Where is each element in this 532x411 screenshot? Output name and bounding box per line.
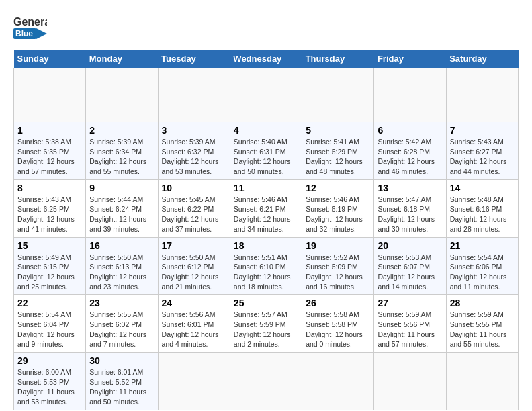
logo-icon: General Blue <box>13 13 47 43</box>
calendar-week-row: 22 Sunrise: 5:54 AM Sunset: 6:04 PM Dayl… <box>14 295 519 353</box>
calendar-cell: 11 Sunrise: 5:46 AM Sunset: 6:21 PM Dayl… <box>230 179 302 237</box>
calendar-cell: 13 Sunrise: 5:47 AM Sunset: 6:18 PM Dayl… <box>374 179 446 237</box>
day-info: Sunrise: 5:51 AM Sunset: 6:10 PM Dayligh… <box>234 253 298 292</box>
day-number: 17 <box>162 240 226 251</box>
calendar-cell <box>158 353 230 410</box>
day-number: 24 <box>162 298 226 308</box>
weekday-header: Sunday <box>14 50 86 68</box>
day-info: Sunrise: 5:50 AM Sunset: 6:13 PM Dayligh… <box>89 253 154 292</box>
calendar-cell: 3 Sunrise: 5:39 AM Sunset: 6:32 PM Dayli… <box>158 122 230 180</box>
calendar-cell: 1 Sunrise: 5:38 AM Sunset: 6:35 PM Dayli… <box>14 122 86 180</box>
page-header: General Blue <box>13 13 519 43</box>
day-info: Sunrise: 5:39 AM Sunset: 6:34 PM Dayligh… <box>89 137 154 177</box>
day-info: Sunrise: 5:59 AM Sunset: 5:56 PM Dayligh… <box>378 310 442 349</box>
day-number: 16 <box>89 240 154 251</box>
calendar-cell <box>158 68 230 122</box>
calendar-cell: 14 Sunrise: 5:48 AM Sunset: 6:16 PM Dayl… <box>446 179 518 237</box>
day-info: Sunrise: 5:45 AM Sunset: 6:22 PM Dayligh… <box>162 195 226 234</box>
day-number: 11 <box>234 183 298 193</box>
day-number: 30 <box>89 355 154 366</box>
day-number: 6 <box>378 125 442 136</box>
calendar-cell <box>302 68 374 122</box>
calendar-cell <box>230 68 302 122</box>
calendar-cell: 22 Sunrise: 5:54 AM Sunset: 6:04 PM Dayl… <box>14 295 86 353</box>
calendar-cell: 15 Sunrise: 5:49 AM Sunset: 6:15 PM Dayl… <box>14 237 86 295</box>
day-number: 27 <box>378 298 442 308</box>
day-number: 12 <box>306 183 370 193</box>
day-info: Sunrise: 6:01 AM Sunset: 5:52 PM Dayligh… <box>89 367 154 407</box>
calendar-cell <box>86 68 158 122</box>
day-info: Sunrise: 5:40 AM Sunset: 6:31 PM Dayligh… <box>234 137 298 177</box>
day-number: 20 <box>378 240 442 251</box>
day-number: 21 <box>450 240 515 251</box>
day-number: 14 <box>450 183 515 193</box>
calendar-cell: 27 Sunrise: 5:59 AM Sunset: 5:56 PM Dayl… <box>374 295 446 353</box>
calendar-cell: 6 Sunrise: 5:42 AM Sunset: 6:28 PM Dayli… <box>374 122 446 180</box>
day-info: Sunrise: 5:56 AM Sunset: 6:01 PM Dayligh… <box>162 310 226 349</box>
day-info: Sunrise: 5:46 AM Sunset: 6:21 PM Dayligh… <box>234 195 298 234</box>
day-info: Sunrise: 5:43 AM Sunset: 6:25 PM Dayligh… <box>17 195 82 234</box>
calendar-cell <box>374 353 446 410</box>
day-number: 13 <box>378 183 442 193</box>
calendar-cell <box>446 353 518 410</box>
day-info: Sunrise: 5:38 AM Sunset: 6:35 PM Dayligh… <box>17 137 82 177</box>
day-info: Sunrise: 5:44 AM Sunset: 6:24 PM Dayligh… <box>89 195 154 234</box>
calendar-cell: 16 Sunrise: 5:50 AM Sunset: 6:13 PM Dayl… <box>86 237 158 295</box>
day-number: 26 <box>306 298 370 308</box>
day-number: 3 <box>162 125 226 136</box>
calendar-week-row: 8 Sunrise: 5:43 AM Sunset: 6:25 PM Dayli… <box>14 179 519 237</box>
day-info: Sunrise: 5:49 AM Sunset: 6:15 PM Dayligh… <box>17 253 82 292</box>
calendar-cell: 17 Sunrise: 5:50 AM Sunset: 6:12 PM Dayl… <box>158 237 230 295</box>
calendar-cell: 23 Sunrise: 5:55 AM Sunset: 6:02 PM Dayl… <box>86 295 158 353</box>
calendar-cell <box>374 68 446 122</box>
calendar-week-row <box>14 68 519 122</box>
calendar-week-row: 29 Sunrise: 6:00 AM Sunset: 5:53 PM Dayl… <box>14 353 519 410</box>
calendar-cell <box>230 353 302 410</box>
weekday-header: Friday <box>374 50 446 68</box>
day-number: 1 <box>17 125 82 136</box>
day-number: 29 <box>17 355 82 366</box>
calendar-cell: 5 Sunrise: 5:41 AM Sunset: 6:29 PM Dayli… <box>302 122 374 180</box>
calendar-cell: 19 Sunrise: 5:52 AM Sunset: 6:09 PM Dayl… <box>302 237 374 295</box>
day-info: Sunrise: 5:52 AM Sunset: 6:09 PM Dayligh… <box>306 253 370 292</box>
day-info: Sunrise: 5:46 AM Sunset: 6:19 PM Dayligh… <box>306 195 370 234</box>
calendar-cell: 25 Sunrise: 5:57 AM Sunset: 5:59 PM Dayl… <box>230 295 302 353</box>
calendar-table: SundayMondayTuesdayWednesdayThursdayFrid… <box>13 50 519 410</box>
weekday-header: Tuesday <box>158 50 230 68</box>
calendar-cell: 21 Sunrise: 5:54 AM Sunset: 6:06 PM Dayl… <box>446 237 518 295</box>
calendar-cell: 24 Sunrise: 5:56 AM Sunset: 6:01 PM Dayl… <box>158 295 230 353</box>
day-number: 5 <box>306 125 370 136</box>
day-info: Sunrise: 5:59 AM Sunset: 5:55 PM Dayligh… <box>450 310 515 349</box>
day-number: 15 <box>17 240 82 251</box>
day-info: Sunrise: 5:39 AM Sunset: 6:32 PM Dayligh… <box>162 137 226 177</box>
day-number: 8 <box>17 183 82 193</box>
weekday-header: Thursday <box>302 50 374 68</box>
day-number: 23 <box>89 298 154 308</box>
day-info: Sunrise: 5:41 AM Sunset: 6:29 PM Dayligh… <box>306 137 370 177</box>
day-number: 2 <box>89 125 154 136</box>
day-info: Sunrise: 5:57 AM Sunset: 5:59 PM Dayligh… <box>234 310 298 349</box>
calendar-cell: 7 Sunrise: 5:43 AM Sunset: 6:27 PM Dayli… <box>446 122 518 180</box>
day-number: 19 <box>306 240 370 251</box>
calendar-cell: 30 Sunrise: 6:01 AM Sunset: 5:52 PM Dayl… <box>86 353 158 410</box>
day-info: Sunrise: 5:54 AM Sunset: 6:04 PM Dayligh… <box>17 310 82 349</box>
day-number: 10 <box>162 183 226 193</box>
weekday-header: Monday <box>86 50 158 68</box>
svg-text:General: General <box>13 16 47 28</box>
calendar-week-row: 15 Sunrise: 5:49 AM Sunset: 6:15 PM Dayl… <box>14 237 519 295</box>
day-info: Sunrise: 5:50 AM Sunset: 6:12 PM Dayligh… <box>162 253 226 292</box>
calendar-week-row: 1 Sunrise: 5:38 AM Sunset: 6:35 PM Dayli… <box>14 122 519 180</box>
day-info: Sunrise: 6:00 AM Sunset: 5:53 PM Dayligh… <box>17 367 82 407</box>
day-number: 7 <box>450 125 515 136</box>
day-info: Sunrise: 5:55 AM Sunset: 6:02 PM Dayligh… <box>89 310 154 349</box>
calendar-cell: 9 Sunrise: 5:44 AM Sunset: 6:24 PM Dayli… <box>86 179 158 237</box>
calendar-cell: 4 Sunrise: 5:40 AM Sunset: 6:31 PM Dayli… <box>230 122 302 180</box>
calendar-cell: 29 Sunrise: 6:00 AM Sunset: 5:53 PM Dayl… <box>14 353 86 410</box>
calendar-cell: 20 Sunrise: 5:53 AM Sunset: 6:07 PM Dayl… <box>374 237 446 295</box>
weekday-header: Saturday <box>446 50 518 68</box>
calendar-cell: 26 Sunrise: 5:58 AM Sunset: 5:58 PM Dayl… <box>302 295 374 353</box>
calendar-cell: 8 Sunrise: 5:43 AM Sunset: 6:25 PM Dayli… <box>14 179 86 237</box>
day-info: Sunrise: 5:53 AM Sunset: 6:07 PM Dayligh… <box>378 253 442 292</box>
calendar-cell <box>446 68 518 122</box>
calendar-cell <box>302 353 374 410</box>
